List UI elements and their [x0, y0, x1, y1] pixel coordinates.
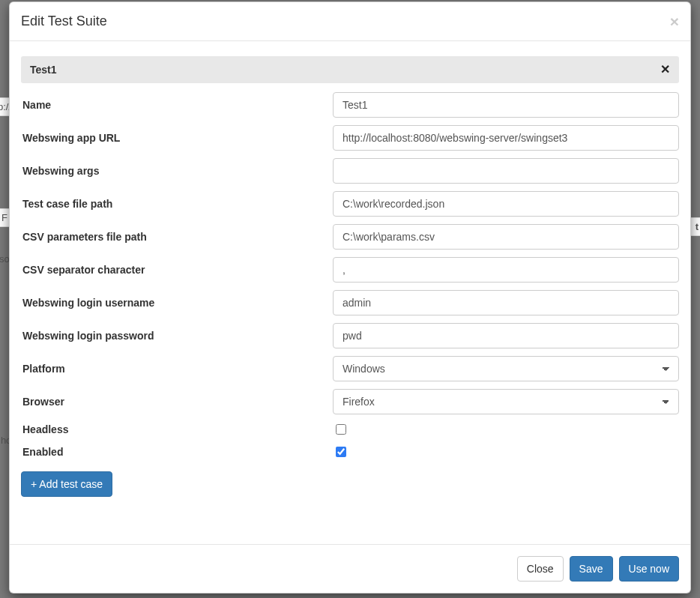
field-url-row: Webswing app URL	[21, 125, 679, 151]
login-user-label: Webswing login username	[21, 297, 333, 309]
login-pass-input[interactable]	[333, 323, 679, 348]
close-button[interactable]: Close	[517, 556, 564, 582]
modal-footer: Close Save Use now	[10, 544, 690, 593]
field-login-user-row: Webswing login username	[21, 290, 679, 315]
csvsep-input[interactable]	[333, 257, 679, 283]
field-headless-row: Headless	[21, 422, 679, 437]
field-name-row: Name	[21, 92, 679, 118]
testfile-input[interactable]	[333, 191, 679, 217]
args-label: Webswing args	[21, 165, 333, 177]
login-pass-label: Webswing login password	[21, 330, 333, 342]
use-now-button[interactable]: Use now	[619, 556, 679, 582]
save-button[interactable]: Save	[570, 556, 613, 582]
modal-title: Edit Test Suite	[21, 13, 107, 29]
modal-body: Test1 ✕ Name Webswing app URL Webswing a…	[10, 41, 690, 544]
testfile-label: Test case file path	[21, 198, 333, 210]
name-input[interactable]	[333, 92, 679, 118]
url-input[interactable]	[333, 125, 679, 151]
csvsep-label: CSV separator character	[21, 264, 333, 276]
enabled-checkbox[interactable]	[336, 447, 346, 457]
edit-test-suite-modal: Edit Test Suite × Test1 ✕ Name Webswing …	[9, 1, 691, 594]
test-case-panel-header: Test1 ✕	[21, 56, 679, 83]
csvfile-input[interactable]	[333, 224, 679, 250]
field-browser-row: Browser Firefox	[21, 389, 679, 414]
close-icon[interactable]: ×	[670, 13, 679, 29]
modal-header: Edit Test Suite ×	[10, 2, 690, 41]
args-input[interactable]	[333, 158, 679, 184]
field-csvfile-row: CSV parameters file path	[21, 224, 679, 250]
remove-test-case-icon[interactable]: ✕	[660, 64, 670, 76]
name-label: Name	[21, 99, 333, 111]
field-login-pass-row: Webswing login password	[21, 323, 679, 348]
csvfile-label: CSV parameters file path	[21, 231, 333, 243]
field-enabled-row: Enabled	[21, 444, 679, 459]
headless-label: Headless	[21, 423, 333, 435]
browser-label: Browser	[21, 396, 333, 408]
test-case-title: Test1	[30, 64, 57, 76]
add-test-case-button[interactable]: + Add test case	[21, 471, 112, 497]
platform-select[interactable]: Windows	[333, 356, 679, 381]
browser-select[interactable]: Firefox	[333, 389, 679, 414]
headless-checkbox[interactable]	[336, 424, 346, 435]
field-csvsep-row: CSV separator character	[21, 257, 679, 283]
login-user-input[interactable]	[333, 290, 679, 315]
platform-label: Platform	[21, 363, 333, 375]
field-args-row: Webswing args	[21, 158, 679, 184]
url-label: Webswing app URL	[21, 132, 333, 144]
field-platform-row: Platform Windows	[21, 356, 679, 381]
enabled-label: Enabled	[21, 446, 333, 458]
field-testfile-row: Test case file path	[21, 191, 679, 217]
bg-text: t	[690, 217, 700, 236]
